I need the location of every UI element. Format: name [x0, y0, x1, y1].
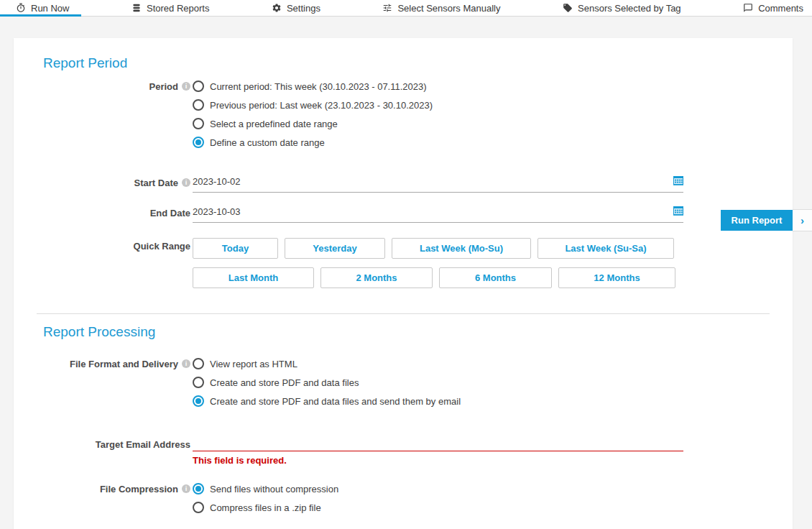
quick-range-2-months-button[interactable]: 2 Months [320, 267, 433, 288]
target-email-row: Target Email Address This field is requi… [25, 436, 793, 466]
quick-range-row: Quick Range Today Yesterday Last Week (M… [25, 238, 793, 288]
tab-label: Stored Reports [147, 3, 209, 14]
quick-range-last-week-su-sa-button[interactable]: Last Week (Su-Sa) [538, 238, 674, 259]
period-row: Period i Current period: This week (30.1… [25, 77, 793, 152]
end-date-label-cell: End Date [25, 205, 190, 221]
start-date-label: Start Date [134, 178, 178, 188]
database-icon [132, 3, 142, 13]
report-period-title: Report Period [43, 55, 793, 71]
radio-unchecked-icon[interactable] [193, 358, 204, 369]
file-format-label-cell: File Format and Delivery i [25, 354, 190, 373]
stopwatch-icon [16, 3, 26, 13]
quick-range-last-month-button[interactable]: Last Month [193, 267, 314, 288]
radio-checked-icon[interactable] [193, 137, 204, 148]
radio-unchecked-icon[interactable] [193, 377, 204, 388]
quick-range-yesterday-button[interactable]: Yesterday [285, 238, 385, 259]
radio-unchecked-icon[interactable] [193, 99, 204, 111]
radio-checked-icon[interactable] [193, 395, 204, 407]
quick-range-last-week-mo-su-button[interactable]: Last Week (Mo-Su) [392, 238, 531, 259]
active-tab-underline [0, 14, 81, 17]
tab-settings[interactable]: Settings [272, 3, 320, 14]
tab-label: Run Now [31, 3, 69, 14]
period-option-current[interactable]: Current period: This week (30.10.2023 - … [193, 77, 433, 96]
file-compression-label: File Compression [100, 484, 178, 494]
end-date-row: End Date [25, 205, 793, 223]
tab-bar: Run Now Stored Reports Settings Select S… [0, 0, 812, 17]
validation-error-message: This field is required. [193, 455, 683, 466]
gear-icon [272, 3, 282, 13]
tab-select-sensors-manually[interactable]: Select Sensors Manually [382, 3, 500, 14]
report-processing-title: Report Processing [43, 324, 793, 340]
tab-label: Comments [758, 3, 803, 14]
period-options: Current period: This week (30.10.2023 - … [190, 77, 433, 152]
compression-option-zip[interactable]: Compress files in a .zip file [193, 498, 338, 517]
period-label-cell: Period i [25, 77, 190, 96]
panel-expand-flap[interactable]: › [793, 209, 812, 231]
tab-label: Select Sensors Manually [397, 3, 500, 14]
info-icon[interactable]: i [182, 82, 190, 91]
tab-label: Sensors Selected by Tag [578, 3, 681, 14]
info-icon[interactable]: i [182, 484, 190, 493]
radio-unchecked-icon[interactable] [193, 80, 204, 92]
start-date-row: Start Date i [25, 175, 793, 193]
period-label: Period [149, 81, 178, 92]
comment-icon [743, 3, 753, 13]
tab-sensors-selected-by-tag[interactable]: Sensors Selected by Tag [563, 3, 681, 14]
quick-range-row-1: Today Yesterday Last Week (Mo-Su) Last W… [193, 238, 675, 259]
report-settings-card: Report Period Period i Current period: T… [14, 38, 793, 529]
quick-range-label: Quick Range [134, 241, 190, 252]
period-option-previous[interactable]: Previous period: Last week (23.10.2023 -… [193, 96, 433, 114]
start-date-input[interactable] [193, 175, 673, 188]
period-option-predefined[interactable]: Select a predefined date range [193, 114, 433, 133]
quick-range-today-button[interactable]: Today [193, 238, 278, 259]
sliders-icon [382, 3, 392, 13]
target-email-input[interactable] [193, 436, 683, 449]
info-icon[interactable]: i [182, 359, 190, 368]
end-date-field [193, 205, 683, 223]
compression-option-none[interactable]: Send files without compression [193, 479, 338, 498]
tab-label: Settings [287, 3, 320, 14]
radio-unchecked-icon[interactable] [193, 118, 204, 129]
target-email-label-cell: Target Email Address [25, 436, 190, 452]
chevron-right-icon: › [801, 215, 804, 226]
file-compression-options: Send files without compression Compress … [190, 479, 338, 517]
start-date-field [193, 175, 683, 193]
quick-range-6-months-button[interactable]: 6 Months [439, 267, 552, 288]
tab-comments[interactable]: Comments [743, 3, 803, 14]
period-option-custom[interactable]: Define a custom date range [193, 133, 433, 152]
file-format-label: File Format and Delivery [70, 359, 178, 369]
end-date-input[interactable] [193, 205, 673, 218]
target-email-field [193, 436, 683, 451]
calendar-icon[interactable] [673, 206, 683, 216]
tab-run-now[interactable]: Run Now [16, 3, 69, 14]
file-compression-row: File Compression i Send files without co… [25, 479, 793, 517]
file-format-row: File Format and Delivery i View report a… [25, 354, 793, 410]
tab-stored-reports[interactable]: Stored Reports [132, 3, 209, 14]
radio-unchecked-icon[interactable] [193, 502, 204, 513]
quick-range-12-months-button[interactable]: 12 Months [558, 267, 675, 288]
tag-icon [563, 3, 573, 13]
calendar-icon[interactable] [673, 175, 683, 185]
quick-range-label-cell: Quick Range [25, 238, 190, 254]
file-format-options: View report as HTML Create and store PDF… [190, 354, 461, 410]
end-date-label: End Date [150, 208, 190, 218]
file-format-option-html[interactable]: View report as HTML [193, 354, 461, 373]
start-date-label-cell: Start Date i [25, 175, 190, 190]
file-compression-label-cell: File Compression i [25, 479, 190, 498]
section-divider [37, 313, 770, 314]
quick-range-row-2: Last Month 2 Months 6 Months 12 Months [193, 267, 675, 288]
radio-checked-icon[interactable] [193, 483, 204, 494]
file-format-option-pdf-store[interactable]: Create and store PDF and data files [193, 373, 461, 392]
run-report-button[interactable]: Run Report [721, 210, 793, 231]
file-format-option-pdf-email[interactable]: Create and store PDF and data files and … [193, 392, 461, 410]
target-email-label: Target Email Address [96, 439, 190, 450]
info-icon[interactable]: i [182, 178, 190, 187]
